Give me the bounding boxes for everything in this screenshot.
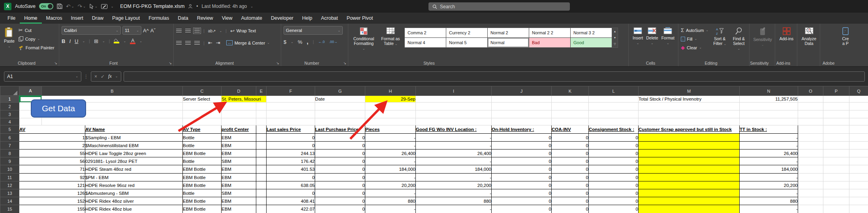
font-size-select[interactable]: 11⌄: [122, 26, 141, 35]
cell-C11[interactable]: EBM Bottle: [183, 174, 222, 181]
cell-H1[interactable]: 29-Sep: [365, 96, 416, 103]
cell-E7[interactable]: [256, 142, 267, 149]
cell-F7[interactable]: 0: [267, 142, 315, 149]
cell-D2[interactable]: [222, 103, 256, 110]
excel-logo-icon[interactable]: X: [4, 3, 11, 10]
cell-J14[interactable]: 0: [492, 197, 552, 205]
cell-C14[interactable]: EBM Bottle: [183, 197, 222, 205]
tab-page-layout[interactable]: Page Layout: [108, 13, 144, 24]
cell-M9[interactable]: [639, 157, 740, 165]
cell-I13[interactable]: -: [416, 189, 492, 197]
create-pdf-button[interactable]: ," Crea P: [823, 26, 868, 47]
cell-D9[interactable]: SBM: [222, 157, 256, 165]
cell-K2[interactable]: [552, 103, 589, 110]
cell-Q9[interactable]: [849, 157, 868, 165]
cell-C2[interactable]: [183, 103, 222, 110]
cell-K11[interactable]: 0: [552, 174, 589, 181]
tab-macros[interactable]: Macros: [42, 13, 67, 24]
col-header-C[interactable]: C: [183, 86, 222, 96]
cell-L4[interactable]: [589, 118, 639, 125]
cell-F1[interactable]: [267, 96, 315, 103]
align-middle-button[interactable]: [185, 29, 191, 33]
cell-O10[interactable]: [798, 165, 823, 174]
accounting-format-button[interactable]: $: [284, 39, 286, 45]
cell-F6[interactable]: 0: [267, 134, 315, 142]
cell-Q3[interactable]: [849, 110, 868, 118]
cell-P3[interactable]: [823, 110, 849, 118]
row-header-7[interactable]: 7: [0, 142, 19, 149]
row-header-1[interactable]: 1: [0, 96, 19, 103]
cell-E11[interactable]: [256, 174, 267, 181]
cell-F14[interactable]: 408.41: [267, 197, 315, 205]
cell-C1[interactable]: Server Select: [183, 96, 222, 103]
col-header-D[interactable]: D: [222, 86, 256, 96]
cell-J15[interactable]: 0: [492, 205, 552, 213]
number-format-select[interactable]: General⌄: [284, 26, 343, 35]
header-good-fg[interactable]: Good FG W/o INV Location :: [416, 125, 492, 134]
tab-formulas[interactable]: Formulas: [144, 13, 173, 24]
cell-M2[interactable]: [639, 103, 740, 110]
row-header-14[interactable]: 14: [0, 197, 19, 205]
col-header-Q[interactable]: Q: [849, 86, 868, 96]
cell-C9[interactable]: Bottle: [183, 157, 222, 165]
redo-icon[interactable]: ↷⌄: [77, 3, 85, 9]
tab-automate[interactable]: Automate: [237, 13, 267, 24]
cell-O14[interactable]: [798, 197, 823, 205]
cell-K9[interactable]: 0: [552, 157, 589, 165]
row-header-2[interactable]: 2: [0, 103, 19, 110]
cell-I1[interactable]: [416, 96, 492, 103]
cell-D8[interactable]: EBM: [222, 149, 256, 157]
cell-B15[interactable]: HDPE Ridex 48oz blue: [85, 205, 183, 213]
cell-M11[interactable]: [639, 174, 740, 181]
cell-F10[interactable]: 401.53: [267, 165, 315, 174]
bold-button[interactable]: B: [62, 38, 65, 44]
cell-K15[interactable]: 0: [552, 205, 589, 213]
cell-J13[interactable]: 0: [492, 189, 552, 197]
alignment-dialog-launcher-icon[interactable]: ↘: [276, 61, 279, 65]
cell-B4[interactable]: [42, 118, 183, 125]
cell-H12[interactable]: 20,200: [365, 181, 416, 189]
cell-A4[interactable]: [19, 118, 42, 125]
cell-M15[interactable]: [639, 205, 740, 213]
select-all-corner[interactable]: [0, 86, 19, 96]
cell-J10[interactable]: 0: [492, 165, 552, 174]
header-on-hold[interactable]: On-Hold Inventory :: [492, 125, 552, 134]
cell-O5[interactable]: [798, 125, 823, 134]
cell-N11[interactable]: -: [740, 174, 798, 181]
row-header-6[interactable]: 6: [0, 134, 19, 142]
cell-L11[interactable]: 0: [589, 174, 639, 181]
merge-center-button[interactable]: ↔ Merge & Center⌄: [226, 39, 270, 47]
cell-G2[interactable]: [315, 103, 365, 110]
sort-filter-button[interactable]: AZ Sort &Filter ⌄: [711, 26, 729, 52]
cell-G14[interactable]: 0: [315, 197, 365, 205]
cell-D15[interactable]: EBM: [222, 205, 256, 213]
row-header-3[interactable]: 3: [0, 110, 19, 118]
cell-G3[interactable]: [315, 110, 365, 118]
cell-Q6[interactable]: [849, 134, 868, 142]
orientation-button[interactable]: ab↗: [208, 29, 216, 33]
cell-I14[interactable]: 880: [416, 197, 492, 205]
cell-L6[interactable]: 0: [589, 134, 639, 142]
row-header-9[interactable]: 9: [0, 157, 19, 165]
cell-O7[interactable]: [798, 142, 823, 149]
col-header-M[interactable]: M: [639, 86, 740, 96]
cell-G4[interactable]: [315, 118, 365, 125]
cell-B11[interactable]: $PM - EBM: [85, 174, 183, 181]
cell-L8[interactable]: 0: [589, 149, 639, 157]
cell-O4[interactable]: [798, 118, 823, 125]
autosave-toggle[interactable]: On: [39, 3, 53, 9]
cell-N7[interactable]: -: [740, 142, 798, 149]
cell-J2[interactable]: [492, 103, 552, 110]
cell-L9[interactable]: 0: [589, 157, 639, 165]
cell-M8[interactable]: [639, 149, 740, 157]
row-header-4[interactable]: 4: [0, 118, 19, 125]
cell-F12[interactable]: 638.05: [267, 181, 315, 189]
col-header-O[interactable]: O: [798, 86, 823, 96]
last-modified[interactable]: Last Modified: 4h ago: [202, 4, 247, 9]
row-header-12[interactable]: 12: [0, 181, 19, 189]
increase-indent-button[interactable]: ⇥: [216, 40, 220, 46]
cell-H13[interactable]: -: [365, 189, 416, 197]
cell-M6[interactable]: [639, 134, 740, 142]
row-header-10[interactable]: 10: [0, 165, 19, 174]
cell-I9[interactable]: -: [416, 157, 492, 165]
